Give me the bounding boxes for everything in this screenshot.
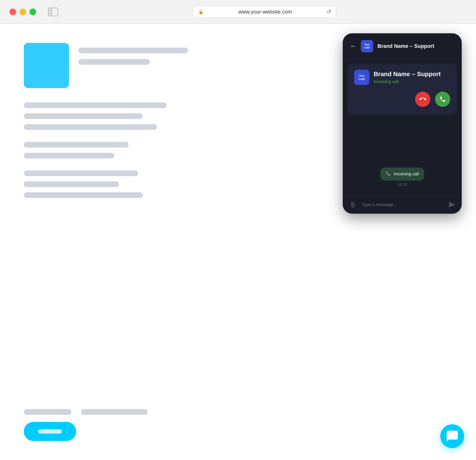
maximize-button[interactable]	[30, 9, 36, 15]
section3-bar-2	[24, 181, 119, 187]
refresh-icon[interactable]: ↺	[327, 9, 331, 15]
section3-bar-3	[24, 192, 143, 198]
chat-bubble-icon	[446, 430, 459, 443]
chat-header: ← Your Logo Brand Name – Support	[343, 33, 462, 59]
section1-bar-2	[24, 113, 143, 119]
main-content: ← Your Logo Brand Name – Support Your Lo…	[0, 24, 476, 460]
minimize-button[interactable]	[19, 9, 26, 15]
sidebar-toggle-icon[interactable]	[48, 8, 58, 16]
message-time: 10.33	[398, 183, 407, 187]
traffic-lights	[9, 9, 36, 15]
accept-icon	[439, 96, 446, 102]
back-button[interactable]: ←	[350, 43, 357, 50]
section2-bar-1	[24, 142, 128, 147]
section1-bar-3	[24, 124, 157, 130]
placeholder-bar-2	[78, 59, 150, 65]
incoming-call-card: Your Logo Brand Name – Support Incoming …	[348, 64, 457, 114]
placeholder-image	[24, 43, 69, 88]
button-label	[38, 429, 62, 434]
cta-button[interactable]	[24, 422, 76, 441]
section1-bar-1	[24, 102, 167, 108]
attach-button[interactable]	[348, 199, 358, 210]
chat-input-area	[343, 195, 462, 214]
accept-call-button[interactable]	[435, 92, 450, 107]
bottom-section	[24, 409, 148, 441]
call-actions	[354, 92, 450, 107]
decline-icon	[419, 96, 426, 102]
chat-bubble-widget[interactable]	[440, 424, 464, 448]
browser-chrome: 🔒 www.your-website.com ↺	[0, 0, 476, 24]
address-text: www.your-website.com	[206, 9, 324, 15]
chat-body: Incoming call 10.33	[343, 119, 462, 195]
call-card-info: Brand Name – Support Incoming call	[374, 70, 441, 84]
placeholder-text-group	[78, 43, 188, 65]
bottom-labels	[24, 409, 148, 415]
bottom-label-bar-2	[81, 409, 148, 415]
send-button[interactable]	[446, 199, 457, 210]
message-input[interactable]	[362, 202, 443, 207]
section2-bar-2	[24, 153, 114, 159]
call-brand-name: Brand Name – Support	[374, 70, 441, 78]
call-logo: Your Logo	[354, 70, 369, 85]
placeholder-bar-1	[78, 48, 188, 53]
address-bar[interactable]: 🔒 www.your-website.com ↺	[193, 6, 336, 18]
bubble-text: Incoming call	[394, 171, 419, 177]
bubble-phone-icon	[386, 171, 391, 177]
decline-call-button[interactable]	[415, 92, 430, 107]
chat-logo-small: Your Logo	[361, 40, 373, 52]
incoming-call-bubble: Incoming call	[380, 168, 424, 181]
call-status: Incoming call	[374, 79, 441, 84]
chat-widget-container: ← Your Logo Brand Name – Support Your Lo…	[343, 33, 462, 214]
section3-bar-1	[24, 170, 138, 176]
chat-header-title: Brand Name – Support	[377, 43, 434, 49]
lock-icon: 🔒	[198, 9, 204, 15]
chat-phone: ← Your Logo Brand Name – Support Your Lo…	[343, 33, 462, 214]
call-card-header: Your Logo Brand Name – Support Incoming …	[354, 70, 450, 85]
close-button[interactable]	[9, 9, 16, 15]
bottom-label-bar-1	[24, 409, 71, 415]
